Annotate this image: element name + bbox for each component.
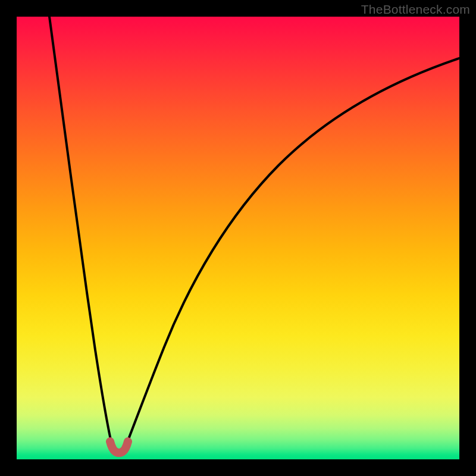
curve-right-arm — [126, 58, 459, 445]
chart-frame: TheBottleneck.com — [0, 0, 476, 476]
watermark-text: TheBottleneck.com — [361, 2, 470, 17]
curve-valley-highlight — [110, 441, 128, 453]
curve-layer — [17, 17, 459, 459]
plot-area — [17, 17, 459, 459]
curve-left-arm — [49, 17, 112, 445]
